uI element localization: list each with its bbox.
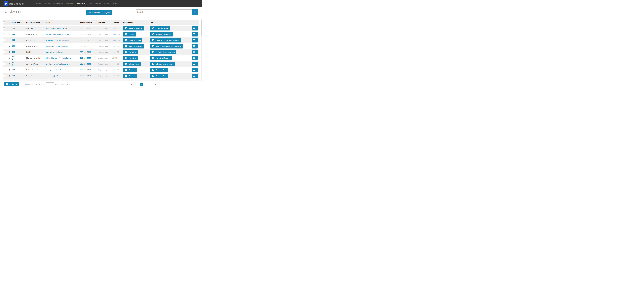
department-badge[interactable]: Human Resources [123, 44, 144, 48]
nav-item[interactable]: Dependents [65, 2, 75, 5]
page-select[interactable]: 1 ▼ [46, 82, 54, 86]
job-badge[interactable]: Human Resources Representative [150, 44, 183, 48]
row-checkbox[interactable] [3, 39, 5, 41]
employee-id-link[interactable]: 206 [12, 27, 15, 30]
row-actions-button[interactable] [192, 50, 198, 54]
row-actions-button[interactable] [192, 44, 198, 48]
job-badge[interactable]: Public Relations Representative [150, 38, 181, 42]
job-badge[interactable]: Marketing Manager [150, 56, 172, 60]
phone-link[interactable]: 515.123.7777 [80, 45, 91, 47]
caret-down-icon [196, 28, 196, 29]
row-checkbox[interactable] [3, 51, 5, 53]
job-label: Accounting Manager [156, 33, 171, 35]
email-link[interactable]: michael.hartstein@sqltutorial.org [46, 57, 71, 59]
employee-name: Herm Beer [26, 39, 35, 41]
nav-item[interactable]: Countries [43, 2, 51, 5]
first-page-icon [130, 83, 133, 85]
phone-link[interactable]: 515.123.4444 [80, 63, 91, 65]
nav-item[interactable]: Home [36, 2, 41, 5]
row-checkbox[interactable] [3, 75, 5, 77]
department-badge[interactable]: Marketing [123, 56, 138, 60]
employee-id-link[interactable]: 204 [12, 39, 15, 41]
vertical-scrollbar[interactable] [201, 19, 202, 81]
row-checkbox[interactable] [3, 45, 5, 47]
hr-manager-app: P HR Manager Home Countries Departments … [0, 0, 202, 93]
phone-link[interactable]: 515.123.8080 [80, 33, 91, 35]
department-label: Human Resources [128, 45, 142, 47]
search-input[interactable] [136, 10, 192, 14]
department-badge[interactable]: Marketing [123, 50, 138, 54]
row-actions-button[interactable] [192, 74, 198, 78]
select-all-checkbox[interactable] [3, 21, 5, 23]
email-link[interactable]: jennifer.whalen@sqltutorial.org [46, 63, 70, 65]
email-link[interactable]: susan.mavris@sqltutorial.org [46, 45, 68, 47]
job-badge[interactable]: Administration Assistant [150, 62, 175, 66]
job-badge[interactable]: Marketing Representative [150, 50, 176, 54]
department-badge[interactable]: Finance [123, 32, 136, 36]
export-button[interactable]: Export [4, 82, 19, 86]
phone-link[interactable]: 515.123.8877 [80, 39, 91, 41]
job-badge[interactable]: Accounting Manager [150, 32, 172, 36]
department-badge[interactable]: Public Relations [123, 38, 142, 42]
department-badge[interactable]: Shipping [123, 74, 137, 78]
phone-link[interactable]: 515.123.8181 [80, 27, 91, 29]
nav-item[interactable]: Users [113, 2, 118, 5]
employee-id-link[interactable]: 193 [12, 69, 15, 71]
employee-id-link[interactable]: 20 0 [12, 62, 14, 66]
nav-item[interactable]: Departments [53, 2, 63, 5]
page-2-button[interactable]: 2 [146, 83, 147, 85]
row-checkbox[interactable] [3, 33, 5, 35]
job-badge[interactable]: Shipping Clerk [150, 68, 168, 72]
email-link[interactable]: pat.fay@sqltutorial.org [46, 51, 63, 53]
last-page-button[interactable] [154, 83, 156, 85]
row-checkbox[interactable] [3, 69, 5, 71]
email-link[interactable]: william.gietz@sqltutorial.org [46, 27, 67, 29]
search-button[interactable] [192, 10, 198, 16]
department-label: Marketing [128, 51, 136, 53]
nav-item[interactable]: Jobs [88, 2, 92, 5]
email-link[interactable]: shelley.higgins@sqltutorial.org [46, 33, 69, 35]
phone-link[interactable]: 515.123.5555 [80, 57, 91, 59]
row-checkbox[interactable] [3, 63, 5, 65]
phone-link[interactable]: 603.123.6666 [80, 51, 91, 53]
email-link[interactable]: hermann.baer@sqltutorial.org [46, 39, 69, 41]
job-label: Shipping Clerk [156, 69, 166, 71]
nav-item[interactable]: Employees [77, 2, 86, 5]
limit-input[interactable] [65, 82, 72, 86]
next-page-button[interactable] [149, 83, 152, 86]
department-badge[interactable]: Human Resources [123, 26, 144, 31]
hamburger-icon [193, 39, 195, 41]
email-link[interactable]: sarah.bell@sqltutorial.org [46, 75, 66, 77]
row-actions-button[interactable] [192, 68, 198, 72]
employee-id-link[interactable]: 192 [12, 75, 15, 77]
hire-date: 24 years ago [98, 57, 108, 59]
phone-link[interactable]: 650.501.1876 [80, 75, 91, 77]
email-link[interactable]: britney.everett@sqltutorial.org [46, 69, 69, 71]
row-actions-button[interactable] [192, 32, 198, 36]
scrollbar-thumb[interactable] [201, 20, 202, 36]
row-actions-button[interactable] [192, 38, 198, 42]
prev-page-button[interactable] [135, 83, 138, 86]
salary-value: 3900.00 [112, 69, 119, 71]
nav-item[interactable]: Regions [104, 2, 111, 5]
add-new-employees-button[interactable]: Add New Employees [86, 10, 112, 15]
row-actions-button[interactable] [192, 56, 198, 60]
employee-id-link[interactable]: 202 [12, 51, 15, 53]
row-actions-button[interactable] [192, 26, 198, 31]
employee-id-link[interactable]: 205 [12, 33, 15, 35]
department-badge[interactable]: Shipping [123, 68, 137, 72]
hamburger-icon [193, 27, 195, 30]
employee-id-link[interactable]: 203 [12, 45, 15, 47]
job-badge[interactable]: Finance Manager [150, 26, 170, 31]
row-actions-button[interactable] [192, 62, 198, 66]
phone-link[interactable]: 650.501.2876 [80, 69, 91, 71]
department-badge[interactable]: Administration [123, 62, 141, 66]
employee-id-link[interactable]: 20 1 [12, 56, 14, 60]
row-checkbox[interactable] [3, 27, 5, 30]
nav-item[interactable]: Locations [94, 2, 102, 5]
page-1-button[interactable]: 1 [140, 83, 143, 86]
row-checkbox[interactable] [3, 57, 5, 59]
first-page-button[interactable] [130, 83, 133, 85]
hamburger-icon [193, 69, 195, 71]
job-badge[interactable]: Shipping Clerk [150, 74, 168, 78]
